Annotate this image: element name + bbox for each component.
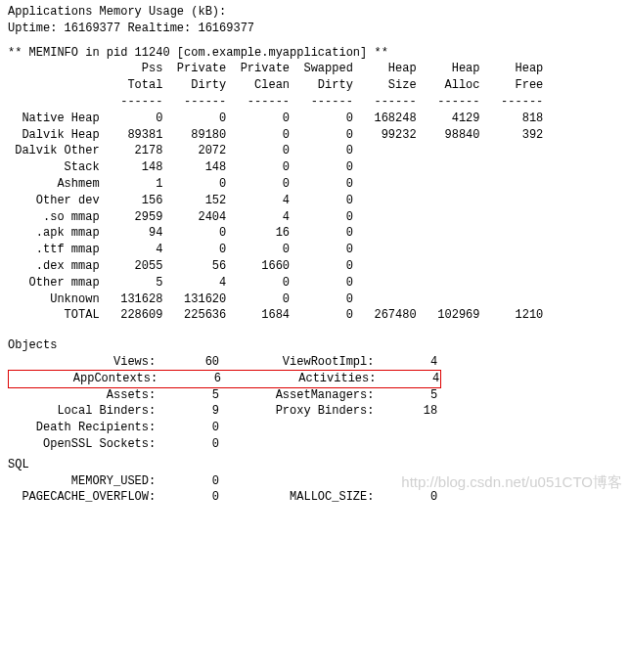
sql-title: SQL	[8, 457, 622, 473]
meminfo-row: Dalvik Other 2178 2072 0 0	[8, 143, 622, 159]
meminfo-row: Native Heap 0 0 0 0 168248 4129 818	[8, 111, 622, 127]
objects-row: OpenSSL Sockets: 0	[8, 436, 622, 453]
meminfo-row: Unknown 131628 131620 0 0	[8, 291, 622, 308]
objects-row: Death Recipients: 0	[8, 420, 622, 436]
header-line-1: Applications Memory Usage (kB):	[8, 4, 622, 21]
meminfo-row: .apk mmap 94 0 16 0	[8, 225, 622, 242]
meminfo-row: Other dev 156 152 4 0	[8, 193, 622, 209]
meminfo-row: Other mmap 5 4 0 0	[8, 275, 622, 291]
meminfo-row: .ttf mmap 4 0 0 0	[8, 242, 622, 258]
meminfo-row: .dex mmap 2055 56 1660 0	[8, 258, 622, 275]
meminfo-title: ** MEMINFO in pid 11240 [com.example.mya…	[8, 45, 622, 62]
meminfo-row: Dalvik Heap 89381 89180 0 0 99232 98840 …	[8, 127, 622, 144]
meminfo-row: TOTAL 228609 225636 1684 0 267480 102969…	[8, 307, 622, 324]
objects-row: Views: 60 ViewRootImpl: 4	[8, 354, 622, 371]
meminfo-cols-1: Pss Private Private Swapped Heap Heap He…	[8, 61, 622, 77]
meminfo-row: Ashmem 1 0 0 0	[8, 176, 622, 193]
meminfo-divider: ------ ------ ------ ------ ------ -----…	[8, 94, 622, 111]
sql-row: MEMORY_USED: 0	[8, 473, 622, 490]
sql-row: PAGECACHE_OVERFLOW: 0 MALLOC_SIZE: 0	[8, 489, 622, 506]
objects-title: Objects	[8, 337, 622, 354]
meminfo-row: Stack 148 148 0 0	[8, 159, 622, 176]
header-line-2: Uptime: 16169377 Realtime: 16169377	[8, 21, 622, 37]
meminfo-cols-2: Total Dirty Clean Dirty Size Alloc Free	[8, 77, 622, 94]
objects-row: Assets: 5 AssetManagers: 5	[8, 387, 622, 404]
meminfo-row: .so mmap 2959 2404 4 0	[8, 209, 622, 226]
objects-row: Local Binders: 9 Proxy Binders: 18	[8, 403, 622, 420]
objects-row-highlighted: AppContexts: 6 Activities: 4	[8, 370, 441, 388]
